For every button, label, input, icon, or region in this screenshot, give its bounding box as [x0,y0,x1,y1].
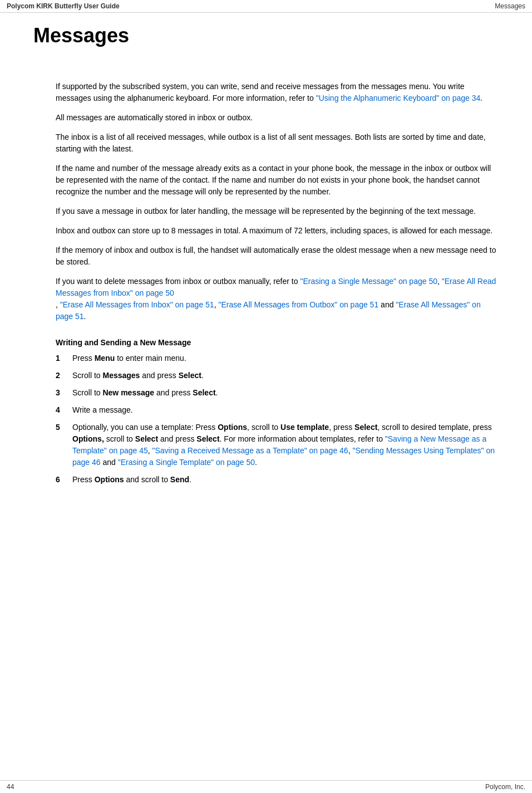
erase-all-inbox-link[interactable]: "Erase All Messages from Inbox" on page … [60,300,214,309]
step-5: 5 Optionally, you can use a template: Pr… [56,422,499,468]
step5-text-mid1: , scroll to [247,423,280,432]
step2-text-end: . [201,371,204,380]
step3-bold1: New message [102,388,154,397]
step5-bold1: Options [218,423,247,432]
step5-comma1: , [148,446,152,455]
step6-text-end: and scroll to [124,475,170,484]
step5-bold4: Options, [72,434,104,443]
step5-text-end: . [255,458,257,467]
paragraph-4: If the name and number of the message al… [56,163,499,198]
para8-comma2: , [56,300,60,309]
step-2: 2 Scroll to Messages and press Select. [56,370,499,381]
step-4-content: Write a message. [72,404,499,416]
step-4: 4 Write a message. [56,404,499,416]
step5-text-mid5: and press [158,434,196,443]
page-number: 44 [7,783,14,791]
step-5-content: Optionally, you can use a template: Pres… [72,422,499,468]
top-bar-title: Polycom KIRK Butterfly User Guide [7,2,120,10]
paragraph-1: If supported by the subscribed system, y… [56,81,499,104]
step-2-num: 2 [56,370,72,381]
step6-text-start: Press [72,475,95,484]
para8-and: and [378,300,396,309]
main-text: If supported by the subscribed system, y… [56,81,499,486]
step6-bold2: Send [170,475,189,484]
step1-text-end: to enter main menu. [115,354,186,363]
step5-text-mid4: scroll to [104,434,135,443]
step6-final: . [189,475,191,484]
para8-comma1: , [437,277,442,286]
erase-all-outbox-link[interactable]: "Erase All Messages from Outbox" on page… [218,300,378,309]
step-1-num: 1 [56,353,72,364]
main-content: Messages If supported by the subscribed … [0,13,532,513]
step5-link2[interactable]: "Saving a Received Message as a Template… [152,446,348,455]
step-1-content: Press Menu to enter main menu. [72,353,499,364]
step3-bold2: Select [193,388,215,397]
step5-and: and [101,458,118,467]
step5-bold5: Select [135,434,158,443]
paragraph-8: If you want to delete messages from inbo… [56,276,499,322]
paragraph-5: If you save a message in outbox for late… [56,205,499,217]
step-6-content: Press Options and scroll to Send. [72,474,499,486]
section1-heading: Writing and Sending a New Message [56,338,499,347]
step-1: 1 Press Menu to enter main menu. [56,353,499,364]
step5-text-start: Optionally, you can use a template: Pres… [72,423,218,432]
paragraph-7: If the memory of inbox and outbox is ful… [56,244,499,268]
alphanumeric-keyboard-link[interactable]: "Using the Alphanumeric Keyboard" on pag… [316,94,481,102]
step2-bold1: Messages [102,371,140,380]
page-title: Messages [33,24,499,47]
paragraph-2: All messages are automatically stored in… [56,112,499,124]
step-6: 6 Press Options and scroll to Send. [56,474,499,486]
erasing-single-message-link[interactable]: "Erasing a Single Message" on page 50 [300,277,437,286]
step1-text-start: Press [72,354,95,363]
paragraph-6: Inbox and outbox can store up to 8 messa… [56,225,499,237]
step-2-content: Scroll to Messages and press Select. [72,370,499,381]
step2-text-mid: and press [140,371,178,380]
step2-bold2: Select [179,371,201,380]
step3-text-mid: and press [154,388,193,397]
step5-bold6: Select [196,434,219,443]
steps-list: 1 Press Menu to enter main menu. 2 Scrol… [56,353,499,486]
step6-bold1: Options [95,475,124,484]
step1-bold1: Menu [95,354,115,363]
para8-start: If you want to delete messages from inbo… [56,277,300,286]
step5-bold2: Use template [280,423,329,432]
step5-text-mid6: . For more information about templates, … [220,434,385,443]
step5-bold3: Select [354,423,377,432]
step5-text-mid2: , press [329,423,354,432]
step-6-num: 6 [56,474,72,486]
step3-text-start: Scroll to [72,388,102,397]
step-3-num: 3 [56,387,72,399]
step-3: 3 Scroll to New message and press Select… [56,387,499,399]
company-name: Polycom, Inc. [485,783,525,791]
step5-text-mid3: , scroll to desired template, press [377,423,491,432]
step-3-content: Scroll to New message and press Select. [72,387,499,399]
para1-end: . [480,94,482,102]
step5-link4[interactable]: "Erasing a Single Template" on page 50 [118,458,255,467]
step3-text-end: . [216,388,218,397]
step-5-num: 5 [56,422,72,468]
step-4-num: 4 [56,404,72,416]
top-bar-section: Messages [495,2,525,10]
para8-end: . [84,312,86,321]
step2-text-start: Scroll to [72,371,102,380]
top-bar: Polycom KIRK Butterfly User Guide Messag… [0,0,532,13]
paragraph-3: The inbox is a list of all received mess… [56,131,499,155]
bottom-bar: 44 Polycom, Inc. [0,780,532,793]
